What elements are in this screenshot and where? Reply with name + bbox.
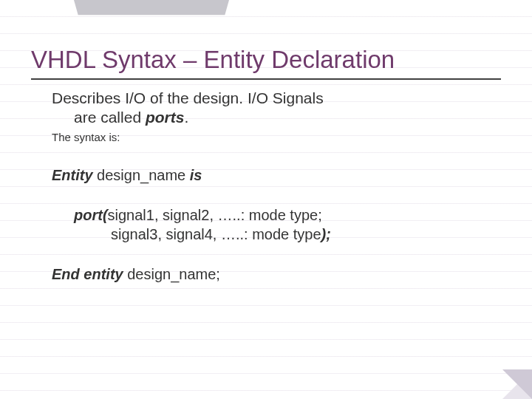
end-design-name: design_name;: [123, 266, 220, 282]
desc-line2-bold: ports: [146, 109, 185, 126]
is-keyword: is: [190, 167, 202, 183]
port-line-2: signal3, signal4, …..: mode type);: [74, 225, 486, 244]
port-keyword: port(: [74, 207, 108, 223]
desc-line2-post: .: [184, 109, 188, 126]
page-curl-icon: [502, 369, 532, 399]
port-close-keyword: );: [321, 226, 331, 242]
entity-design-name: design_name: [93, 167, 190, 183]
port-line-1: port(signal1, signal2, …..: mode type;: [74, 205, 486, 225]
desc-line2: are called ports.: [52, 108, 486, 127]
description-text: Describes I/O of the design. I/O Signals…: [52, 89, 486, 128]
port-line1-rest: signal1, signal2, …..: mode type;: [108, 207, 322, 223]
end-entity-keyword: End entity: [52, 266, 123, 282]
desc-line2-pre: are called: [74, 109, 146, 126]
slide-content: VHDL Syntax – Entity Declaration Describ…: [0, 0, 532, 284]
body-content: Describes I/O of the design. I/O Signals…: [31, 89, 501, 284]
entity-declaration-line: Entity design_name is: [52, 166, 486, 185]
port-line2-rest: signal3, signal4, …..: mode type: [111, 226, 321, 242]
end-entity-line: End entity design_name;: [52, 265, 486, 284]
syntax-label: The syntax is:: [52, 131, 486, 143]
port-block: port(signal1, signal2, …..: mode type; s…: [52, 205, 486, 244]
slide-title: VHDL Syntax – Entity Declaration: [31, 46, 501, 80]
desc-line1: Describes I/O of the design. I/O Signals: [52, 89, 324, 106]
entity-keyword: Entity: [52, 167, 93, 183]
